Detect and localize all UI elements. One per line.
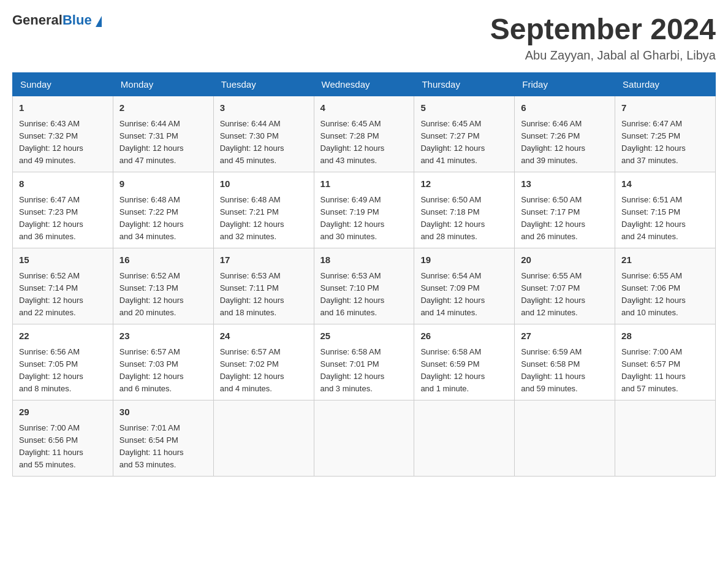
cell-content: Sunrise: 6:44 AMSunset: 7:31 PMDaylight:… [119,118,207,167]
week-row-3: 15Sunrise: 6:52 AMSunset: 7:14 PMDayligh… [13,248,716,324]
header-wednesday: Wednesday [314,73,414,96]
cell-content: Sunrise: 6:55 AMSunset: 7:06 PMDaylight:… [621,270,709,320]
title-section: September 2024 Abu Zayyan, Jabal al Ghar… [490,12,716,63]
calendar-cell: 25Sunrise: 6:58 AMSunset: 7:01 PMDayligh… [314,324,414,400]
day-number: 16 [119,253,207,267]
day-number: 7 [621,101,709,115]
header-row: SundayMondayTuesdayWednesdayThursdayFrid… [13,73,716,96]
cell-content: Sunrise: 6:56 AMSunset: 7:05 PMDaylight:… [19,346,107,396]
calendar-cell: 20Sunrise: 6:55 AMSunset: 7:07 PMDayligh… [515,248,615,324]
header-friday: Friday [515,73,615,96]
day-number: 2 [119,101,207,115]
calendar-cell: 11Sunrise: 6:49 AMSunset: 7:19 PMDayligh… [314,172,414,248]
calendar-cell [515,400,615,477]
day-number: 6 [521,101,609,115]
day-number: 1 [19,101,107,115]
calendar-cell: 6Sunrise: 6:46 AMSunset: 7:26 PMDaylight… [515,96,615,172]
day-number: 4 [320,101,408,115]
calendar-cell: 21Sunrise: 6:55 AMSunset: 7:06 PMDayligh… [615,248,716,324]
cell-content: Sunrise: 6:58 AMSunset: 6:59 PMDaylight:… [420,346,508,396]
logo: GeneralBlue [12,12,102,28]
cell-content: Sunrise: 6:50 AMSunset: 7:17 PMDaylight:… [521,194,609,243]
day-number: 27 [521,329,609,343]
calendar-cell: 13Sunrise: 6:50 AMSunset: 7:17 PMDayligh… [515,172,615,248]
calendar-cell: 12Sunrise: 6:50 AMSunset: 7:18 PMDayligh… [414,172,515,248]
calendar-cell: 3Sunrise: 6:44 AMSunset: 7:30 PMDaylight… [213,96,314,172]
logo-icon [96,16,102,27]
day-number: 15 [19,253,107,267]
cell-content: Sunrise: 6:59 AMSunset: 6:58 PMDaylight:… [521,346,609,396]
cell-content: Sunrise: 6:57 AMSunset: 7:03 PMDaylight:… [119,346,207,396]
header-tuesday: Tuesday [213,73,314,96]
day-number: 5 [420,101,508,115]
day-number: 11 [320,177,408,191]
day-number: 29 [19,405,107,419]
calendar-cell: 26Sunrise: 6:58 AMSunset: 6:59 PMDayligh… [414,324,515,400]
day-number: 12 [420,177,508,191]
page-header: GeneralBlue September 2024 Abu Zayyan, J… [12,12,716,63]
cell-content: Sunrise: 6:52 AMSunset: 7:14 PMDaylight:… [19,270,107,320]
week-row-5: 29Sunrise: 7:00 AMSunset: 6:56 PMDayligh… [13,400,716,477]
cell-content: Sunrise: 6:47 AMSunset: 7:25 PMDaylight:… [621,118,709,167]
location: Abu Zayyan, Jabal al Gharbi, Libya [490,48,716,63]
calendar-cell: 18Sunrise: 6:53 AMSunset: 7:10 PMDayligh… [314,248,414,324]
header-saturday: Saturday [615,73,716,96]
logo-blue: Blue [63,12,92,28]
day-number: 19 [420,253,508,267]
calendar-cell [314,400,414,477]
day-number: 21 [621,253,709,267]
cell-content: Sunrise: 7:00 AMSunset: 6:57 PMDaylight:… [621,346,709,396]
cell-content: Sunrise: 6:49 AMSunset: 7:19 PMDaylight:… [320,194,408,243]
cell-content: Sunrise: 6:47 AMSunset: 7:23 PMDaylight:… [19,194,107,243]
day-number: 26 [420,329,508,343]
calendar-cell: 28Sunrise: 7:00 AMSunset: 6:57 PMDayligh… [615,324,716,400]
day-number: 28 [621,329,709,343]
week-row-1: 1Sunrise: 6:43 AMSunset: 7:32 PMDaylight… [13,96,716,172]
calendar-cell: 30Sunrise: 7:01 AMSunset: 6:54 PMDayligh… [113,400,213,477]
calendar-cell [615,400,716,477]
cell-content: Sunrise: 6:44 AMSunset: 7:30 PMDaylight:… [220,118,308,167]
cell-content: Sunrise: 6:55 AMSunset: 7:07 PMDaylight:… [521,270,609,320]
calendar-cell: 15Sunrise: 6:52 AMSunset: 7:14 PMDayligh… [13,248,113,324]
calendar-cell: 8Sunrise: 6:47 AMSunset: 7:23 PMDaylight… [13,172,113,248]
day-number: 10 [220,177,308,191]
calendar-cell: 7Sunrise: 6:47 AMSunset: 7:25 PMDaylight… [615,96,716,172]
calendar-cell: 14Sunrise: 6:51 AMSunset: 7:15 PMDayligh… [615,172,716,248]
day-number: 25 [320,329,408,343]
calendar-cell [414,400,515,477]
cell-content: Sunrise: 6:51 AMSunset: 7:15 PMDaylight:… [621,194,709,243]
day-number: 22 [19,329,107,343]
calendar-cell: 10Sunrise: 6:48 AMSunset: 7:21 PMDayligh… [213,172,314,248]
day-number: 24 [220,329,308,343]
day-number: 14 [621,177,709,191]
header-thursday: Thursday [414,73,515,96]
cell-content: Sunrise: 6:48 AMSunset: 7:21 PMDaylight:… [220,194,308,243]
calendar-cell: 9Sunrise: 6:48 AMSunset: 7:22 PMDaylight… [113,172,213,248]
calendar-cell: 27Sunrise: 6:59 AMSunset: 6:58 PMDayligh… [515,324,615,400]
calendar-cell: 1Sunrise: 6:43 AMSunset: 7:32 PMDaylight… [13,96,113,172]
cell-content: Sunrise: 6:57 AMSunset: 7:02 PMDaylight:… [220,346,308,396]
month-title: September 2024 [490,12,716,46]
day-number: 8 [19,177,107,191]
calendar-cell: 19Sunrise: 6:54 AMSunset: 7:09 PMDayligh… [414,248,515,324]
day-number: 3 [220,101,308,115]
calendar-cell: 22Sunrise: 6:56 AMSunset: 7:05 PMDayligh… [13,324,113,400]
week-row-2: 8Sunrise: 6:47 AMSunset: 7:23 PMDaylight… [13,172,716,248]
day-number: 20 [521,253,609,267]
cell-content: Sunrise: 6:45 AMSunset: 7:28 PMDaylight:… [320,118,408,167]
day-number: 13 [521,177,609,191]
calendar-cell: 29Sunrise: 7:00 AMSunset: 6:56 PMDayligh… [13,400,113,477]
day-number: 18 [320,253,408,267]
calendar-cell: 4Sunrise: 6:45 AMSunset: 7:28 PMDaylight… [314,96,414,172]
logo-general: General [12,12,63,28]
cell-content: Sunrise: 7:01 AMSunset: 6:54 PMDaylight:… [119,422,207,472]
cell-content: Sunrise: 6:53 AMSunset: 7:11 PMDaylight:… [220,270,308,320]
calendar-cell: 23Sunrise: 6:57 AMSunset: 7:03 PMDayligh… [113,324,213,400]
cell-content: Sunrise: 6:46 AMSunset: 7:26 PMDaylight:… [521,118,609,167]
header-monday: Monday [113,73,213,96]
cell-content: Sunrise: 6:48 AMSunset: 7:22 PMDaylight:… [119,194,207,243]
day-number: 17 [220,253,308,267]
header-sunday: Sunday [13,73,113,96]
calendar-table: SundayMondayTuesdayWednesdayThursdayFrid… [12,72,716,477]
day-number: 23 [119,329,207,343]
